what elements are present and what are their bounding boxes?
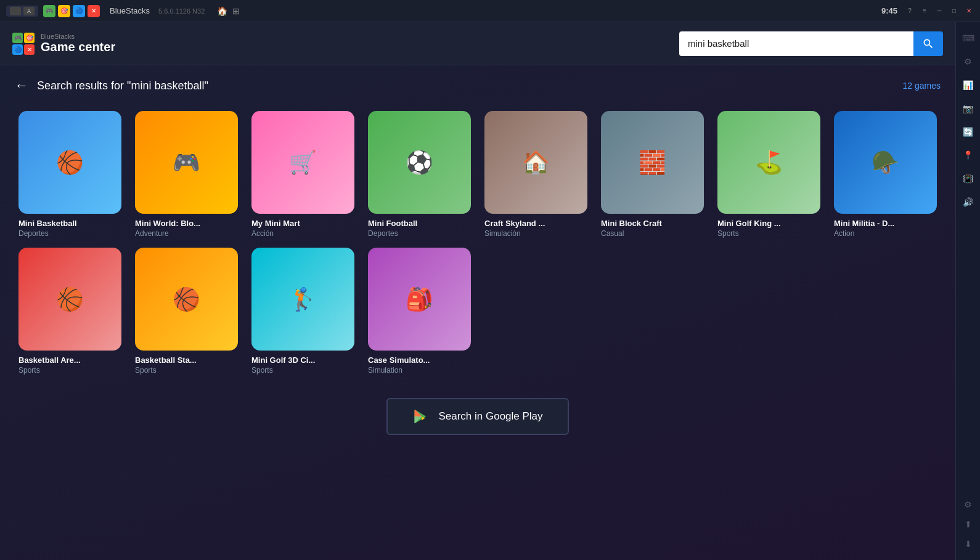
game-name-craft-skyland: Craft Skyland ... xyxy=(484,219,587,228)
maximize-btn[interactable]: □ xyxy=(949,6,959,16)
key2: A xyxy=(23,7,35,15)
game-img-mini-golf-3d: 🏌️ xyxy=(251,248,354,351)
instance-icon[interactable]: ⊞ xyxy=(232,6,240,16)
sidebar-gear-icon[interactable]: ⚙ xyxy=(958,495,978,514)
results-count: 12 games xyxy=(903,81,941,91)
google-play-button[interactable]: Search in Google Play xyxy=(386,398,568,435)
header-subtitle: BlueStacks xyxy=(41,33,115,40)
game-card-mini-golf-3d[interactable]: 🏌️ Mini Golf 3D Ci... Sports xyxy=(248,243,358,379)
game-name-mini-militia: Mini Militia - D... xyxy=(834,219,937,228)
title-bar: A 🎮 🎯 🔵 ✕ BlueStacks 5.6.0.1126 N32 🏠 ⊞ … xyxy=(0,0,980,22)
game-category-mini-militia: Action xyxy=(834,229,937,238)
header-logo: 🎮 🎯 🔵 ✕ BlueStacks Game center xyxy=(12,33,115,55)
app-icon-4: ✕ xyxy=(88,5,100,17)
search-icon xyxy=(922,38,934,50)
sidebar-rotate-icon[interactable]: 🔄 xyxy=(958,122,978,142)
sidebar-performance-icon[interactable]: 📊 xyxy=(958,75,978,95)
game-category-mini-basketball: Deportes xyxy=(18,229,121,238)
logo-cell-2: 🎯 xyxy=(24,33,35,43)
play-store-icon xyxy=(412,408,430,425)
logo-cell-1: 🎮 xyxy=(12,33,23,43)
right-sidebar: ⌨ ⚙ 📊 📷 🔄 📍 📳 🔊 ⚙ ⬆ ⬇ xyxy=(955,22,980,560)
sidebar-camera-icon[interactable]: 📷 xyxy=(958,99,978,118)
game-img-basketball-stars: 🏀 xyxy=(135,248,238,351)
game-thumb-mini-golf-3d: 🏌️ xyxy=(251,248,354,351)
game-img-my-mini-mart: 🛒 xyxy=(251,111,354,214)
nav-buttons: 🏠 ⊞ xyxy=(217,6,240,16)
header-title-block: BlueStacks Game center xyxy=(41,33,115,54)
game-thumb-basketball-arena: 🏀 xyxy=(18,248,121,351)
content-area: ← Search results for "mini basketball" 1… xyxy=(0,65,955,560)
games-grid: 🏀 Mini Basketball Deportes 🎮 Mini World:… xyxy=(15,106,941,379)
sidebar-keyboard-icon[interactable]: ⌨ xyxy=(958,28,978,48)
app-icon-2: 🎯 xyxy=(58,5,70,17)
game-category-my-mini-mart: Acción xyxy=(251,229,354,238)
game-name-basketball-arena: Basketball Are... xyxy=(18,355,121,365)
game-thumb-basketball-stars: 🏀 xyxy=(135,248,238,351)
game-thumb-mini-basketball: 🏀 xyxy=(18,111,121,214)
results-prefix: Search results for xyxy=(37,79,127,92)
game-img-craft-skyland: 🏠 xyxy=(484,111,587,214)
sidebar-settings-icon[interactable]: ⚙ xyxy=(958,52,978,71)
game-category-case-simulator: Simulation xyxy=(368,366,471,375)
game-card-mini-basketball[interactable]: 🏀 Mini Basketball Deportes xyxy=(15,106,125,243)
header: 🎮 🎯 🔵 ✕ BlueStacks Game center xyxy=(0,22,955,65)
sidebar-shake-icon[interactable]: 📳 xyxy=(958,169,978,189)
key1 xyxy=(10,7,21,15)
game-category-mini-football: Deportes xyxy=(368,229,471,238)
app-version: 5.6.0.1126 N32 xyxy=(158,7,205,15)
game-thumb-my-mini-mart: 🛒 xyxy=(251,111,354,214)
google-play-label: Search in Google Play xyxy=(438,410,542,423)
game-card-mini-golf-king[interactable]: ⛳ Mini Golf King ... Sports xyxy=(714,106,824,243)
clock: 9:45 xyxy=(881,6,897,15)
logo-cell-3: 🔵 xyxy=(12,44,23,55)
game-name-mini-basketball: Mini Basketball xyxy=(18,219,121,228)
game-card-case-simulator[interactable]: 🎒 Case Simulato... Simulation xyxy=(364,243,475,379)
sidebar-volume-icon[interactable]: 🔊 xyxy=(958,192,978,212)
game-card-basketball-arena[interactable]: 🏀 Basketball Are... Sports xyxy=(15,243,125,379)
google-play-section: Search in Google Play xyxy=(15,398,941,435)
game-card-mini-world[interactable]: 🎮 Mini World: Blo... Adventure xyxy=(131,106,242,243)
game-category-basketball-stars: Sports xyxy=(135,366,238,375)
game-category-mini-world: Adventure xyxy=(135,229,238,238)
game-thumb-craft-skyland: 🏠 xyxy=(484,111,587,214)
game-name-mini-golf-king: Mini Golf King ... xyxy=(717,219,820,228)
game-category-basketball-arena: Sports xyxy=(18,366,121,375)
home-icon[interactable]: 🏠 xyxy=(217,6,227,16)
game-img-mini-block-craft: 🧱 xyxy=(601,111,704,214)
search-input[interactable] xyxy=(679,31,913,56)
keyboard-area: A xyxy=(6,6,38,17)
app-icon-3: 🔵 xyxy=(73,5,85,17)
menu-btn[interactable]: ≡ xyxy=(920,6,929,16)
game-name-mini-world: Mini World: Blo... xyxy=(135,219,238,228)
sidebar-upload-icon[interactable]: ⬆ xyxy=(958,514,978,534)
minimize-btn[interactable]: ─ xyxy=(934,6,944,16)
game-card-craft-skyland[interactable]: 🏠 Craft Skyland ... Simulación xyxy=(481,106,591,243)
game-name-my-mini-mart: My Mini Mart xyxy=(251,219,354,228)
game-card-my-mini-mart[interactable]: 🛒 My Mini Mart Acción xyxy=(248,106,358,243)
close-btn[interactable]: ✕ xyxy=(964,6,974,16)
game-thumb-mini-world: 🎮 xyxy=(135,111,238,214)
header-title: Game center xyxy=(41,40,115,54)
game-card-mini-football[interactable]: ⚽ Mini Football Deportes xyxy=(364,106,475,243)
game-img-mini-militia: 🪖 xyxy=(834,111,937,214)
game-name-mini-golf-3d: Mini Golf 3D Ci... xyxy=(251,355,354,365)
results-query: "mini basketball" xyxy=(127,79,208,92)
logo-cell-4: ✕ xyxy=(24,44,35,55)
main-content: 🎮 🎯 🔵 ✕ BlueStacks Game center ← xyxy=(0,22,955,560)
game-thumb-mini-militia: 🪖 xyxy=(834,111,937,214)
help-btn[interactable]: ? xyxy=(905,6,915,16)
game-card-basketball-stars[interactable]: 🏀 Basketball Sta... Sports xyxy=(131,243,242,379)
logo-icon-grid: 🎮 🎯 🔵 ✕ xyxy=(12,33,35,55)
game-name-basketball-stars: Basketball Sta... xyxy=(135,355,238,365)
search-button[interactable] xyxy=(913,31,943,56)
game-thumb-case-simulator: 🎒 xyxy=(368,248,471,351)
game-card-mini-block-craft[interactable]: 🧱 Mini Block Craft Casual xyxy=(597,106,708,243)
game-img-mini-golf-king: ⛳ xyxy=(717,111,820,214)
game-card-mini-militia[interactable]: 🪖 Mini Militia - D... Action xyxy=(830,106,941,243)
back-button[interactable]: ← xyxy=(15,78,28,94)
game-category-craft-skyland: Simulación xyxy=(484,229,587,238)
game-thumb-mini-golf-king: ⛳ xyxy=(717,111,820,214)
sidebar-location-icon[interactable]: 📍 xyxy=(958,145,978,165)
sidebar-download-icon[interactable]: ⬇ xyxy=(958,534,978,554)
